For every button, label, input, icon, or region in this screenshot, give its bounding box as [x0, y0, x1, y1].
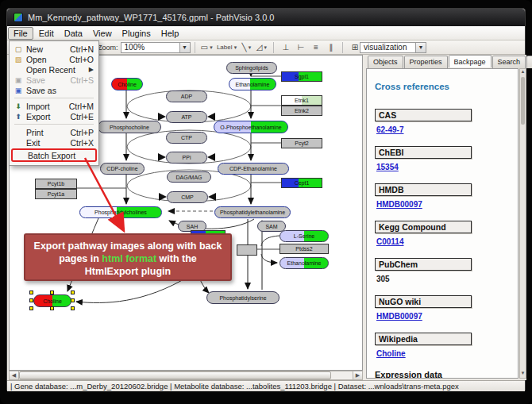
node-phosphocholine[interactable]: Phosphocholine	[98, 121, 161, 133]
menu-item-import[interactable]: ⬇ Import Ctrl+M	[11, 101, 97, 111]
node-adp[interactable]: ADP	[166, 90, 207, 102]
menu-item-save-as[interactable]: ▣ Save as	[11, 85, 97, 95]
cross-references-heading: Cross references	[375, 82, 510, 91]
node-dag[interactable]: DAG/MAG	[167, 171, 211, 183]
selection-handle[interactable]	[50, 306, 54, 310]
node-phosphatidylcholines[interactable]: Phosphatidylcholines	[79, 206, 162, 218]
node-choline-selected[interactable]: Choline	[33, 294, 71, 307]
scroll-down-icon[interactable]: ▼	[520, 371, 526, 378]
save-as-disk-icon: ▣	[13, 87, 24, 94]
node-sgpl1[interactable]: Sgpl1	[281, 71, 322, 82]
zoom-label: Zoom:	[98, 44, 118, 52]
xref-link[interactable]: Choline	[376, 349, 406, 358]
xref-link[interactable]: C00114	[376, 237, 403, 246]
align-center-icon[interactable]: ⊥	[279, 41, 292, 53]
menu-item-open-recent[interactable]: Open Recent ▶	[11, 64, 97, 75]
node-l-serine[interactable]: L-Serine	[279, 230, 329, 242]
node-phosphatidylserine[interactable]: Phosphatidylserine	[206, 291, 279, 304]
selection-handle[interactable]	[29, 298, 33, 302]
selection-handle[interactable]	[71, 306, 75, 310]
panel-vertical-scrollbar[interactable]: ▲ ▼	[519, 68, 526, 379]
menu-item-export[interactable]: ⬆ Export Ctrl+E	[11, 111, 97, 121]
zoom-combobox[interactable]: 100% ▼	[121, 42, 191, 53]
connector-tool-button[interactable]: ◿▼	[255, 41, 268, 53]
scroll-up-icon[interactable]: ▲	[520, 69, 526, 76]
tab-search[interactable]: Search	[492, 56, 526, 68]
align-middle-icon[interactable]: ⊢	[294, 41, 307, 53]
status-text: | Gene database: ...m_Derby_20120602.bri…	[10, 382, 459, 391]
node-ethanolamine[interactable]: Ethanolamine	[229, 78, 276, 90]
node-etnk1[interactable]: Etnk1	[281, 95, 322, 106]
menu-data[interactable]: Data	[60, 28, 87, 39]
node-choline[interactable]: Choline	[111, 78, 143, 90]
menu-item-save[interactable]: ▣ Save Ctrl+S	[11, 75, 97, 85]
node-cdp-choline[interactable]: CDP-choline	[100, 163, 145, 175]
menu-item-new[interactable]: ▢ New Ctrl+N	[11, 44, 97, 54]
node-cmp[interactable]: CMP	[167, 191, 208, 203]
scrollbar-thumb[interactable]	[19, 371, 331, 379]
chevron-down-icon[interactable]: ▼	[179, 43, 190, 52]
selection-handle[interactable]	[71, 298, 75, 302]
tab-legend[interactable]: Legend	[526, 56, 532, 68]
xref-link[interactable]: 62-49-7	[376, 125, 403, 134]
label-tool-button[interactable]: Label▼	[216, 41, 239, 53]
toolbar-separator	[342, 42, 343, 53]
node-cept1[interactable]: Cept1	[281, 178, 322, 188]
node-sam[interactable]: SAM	[257, 221, 286, 232]
canvas-horizontal-scrollbar[interactable]: ◀ ▶	[9, 371, 363, 380]
node-sphingolipids[interactable]: Sphingolipids	[226, 62, 277, 74]
chevron-down-icon[interactable]: ▼	[415, 43, 426, 52]
toolbar-separator	[195, 42, 195, 53]
selection-handle[interactable]	[50, 290, 54, 294]
menu-edit[interactable]: Edit	[34, 28, 59, 39]
menu-file[interactable]: File	[8, 27, 33, 40]
app-icon	[13, 13, 23, 22]
node-ppi[interactable]: PPi	[166, 152, 207, 164]
node-etnk2[interactable]: Etnk2	[281, 106, 322, 116]
node-cdp-ethanolamine[interactable]: CDP-Ethanolamine	[218, 163, 289, 175]
menu-bar: File Edit Data View Plugins Help	[7, 26, 525, 40]
menu-item-exit[interactable]: Exit Ctrl+X	[11, 137, 97, 148]
xref-link[interactable]: 15354	[376, 163, 399, 171]
xref-link[interactable]: HMDB00097	[376, 312, 422, 321]
tab-properties[interactable]: Properties	[404, 56, 448, 68]
line-tool-button[interactable]: ╲▼	[240, 41, 253, 53]
menu-plugins[interactable]: Plugins	[118, 28, 156, 39]
visualization-combobox[interactable]: visualization ▼	[360, 42, 426, 53]
menu-separator	[14, 98, 94, 98]
scrollbar-thumb[interactable]	[521, 77, 525, 125]
window-title: Mm_Kennedy_pathway_WP1771_45176.gpml - P…	[28, 13, 274, 22]
node-gene-hidden[interactable]	[237, 244, 257, 256]
xref-section-cas: CAS 62-49-7	[375, 109, 510, 140]
node-phosphatidylethanolamine[interactable]: Phosphatidylethanolamine	[214, 206, 291, 218]
tab-objects[interactable]: Objects	[368, 56, 403, 68]
zoom-value: 100%	[121, 43, 179, 52]
menu-item-print[interactable]: Print Ctrl+P	[11, 127, 97, 137]
selection-handle[interactable]	[29, 306, 33, 310]
open-folder-icon: ▨	[13, 56, 24, 63]
xref-link[interactable]: HMDB00097	[376, 200, 422, 209]
menu-view[interactable]: View	[88, 28, 117, 39]
common-size-icon[interactable]: ≡	[309, 41, 322, 53]
selection-handle[interactable]	[71, 290, 75, 294]
node-pcyt1b[interactable]: Pcyt1b	[35, 179, 77, 189]
scroll-left-icon[interactable]: ◀	[10, 371, 19, 379]
node-ptdss2[interactable]: Ptdss2	[279, 244, 329, 254]
distribute-icon[interactable]: ∥	[324, 41, 337, 53]
xref-section-chebi: ChEBI 15354	[375, 146, 510, 177]
menu-item-open[interactable]: ▨ Open Ctrl+O	[11, 54, 97, 64]
scrollbar-track[interactable]	[19, 371, 353, 379]
node-ethanolamine-2[interactable]: Ethanolamine	[279, 257, 329, 269]
menu-item-batch-export[interactable]: Batch Export	[11, 148, 97, 162]
node-o-phosphoethanolamine[interactable]: O-Phosphoethanolamine	[214, 121, 288, 133]
graphics-tool-button[interactable]: ▭▼	[200, 41, 214, 53]
selection-handle[interactable]	[29, 290, 33, 294]
node-ctp[interactable]: CTP	[166, 132, 207, 144]
node-pcyt2[interactable]: Pcyt2	[281, 138, 322, 148]
tab-backpage[interactable]: Backpage	[449, 55, 492, 67]
scroll-right-icon[interactable]: ▶	[353, 371, 362, 379]
node-atp[interactable]: ATP	[166, 111, 207, 123]
side-panel-tabs: Objects Properties Backpage Search Legen…	[368, 56, 532, 68]
menu-help[interactable]: Help	[156, 28, 184, 39]
node-pcyt1a[interactable]: Pcyt1a	[35, 189, 77, 199]
